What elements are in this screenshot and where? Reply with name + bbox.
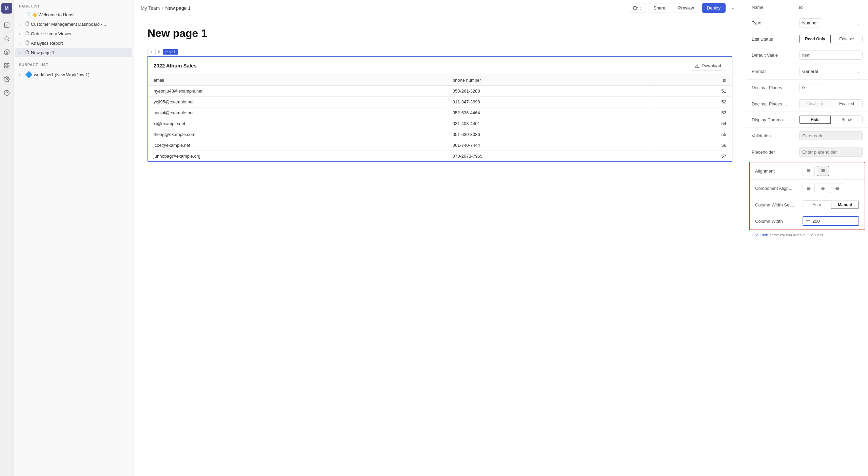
page-file-icon xyxy=(25,31,29,36)
comp-align-left-icon xyxy=(806,186,811,191)
page-label: 👋 Welcome to Hops! xyxy=(32,12,75,17)
page-file-icon xyxy=(25,40,29,46)
subpage-list-label: Subpage list xyxy=(14,57,134,69)
breadcrumb-team[interactable]: My Team xyxy=(141,5,160,11)
preview-button[interactable]: Preview xyxy=(673,3,699,13)
table-tag[interactable]: table1 xyxy=(163,49,178,55)
name-label: Name xyxy=(752,5,799,10)
sidebar-item-order[interactable]: › Order History Viewer xyxy=(15,29,132,38)
editable-toggle[interactable]: Editable xyxy=(831,35,862,43)
page-file-icon: 📄 xyxy=(25,12,31,17)
prop-edit-status: Edit Status Read Only Editable xyxy=(746,31,868,47)
chevron-icon: › xyxy=(19,22,24,26)
type-select[interactable]: Number xyxy=(799,18,821,27)
table-header-bar: 2022 Album Sales Download xyxy=(148,57,732,75)
prop-name: Name id xyxy=(746,0,868,15)
css-unit-link[interactable]: CSS Unit xyxy=(752,233,767,237)
cell-email: jcoe@example.net xyxy=(148,140,447,151)
validation-label: Validation xyxy=(752,133,799,138)
decimal-places-input[interactable] xyxy=(799,83,826,92)
comp-align-right-button[interactable] xyxy=(831,183,843,193)
readonly-toggle[interactable]: Read Only xyxy=(800,35,831,43)
cell-phone: 051-630-3086 xyxy=(447,129,652,140)
page-label: Order History Viewer xyxy=(31,31,72,36)
sidebar-item-newpage[interactable]: › New page 1 xyxy=(15,48,132,57)
sidebar-icon-rocket[interactable] xyxy=(1,46,13,58)
decimal-truncate-toggle: Disabled Enabled xyxy=(799,99,863,108)
col-header-email[interactable]: email xyxy=(148,75,447,86)
alignment-label: Alignment xyxy=(755,168,803,174)
edit-button[interactable]: Edit xyxy=(628,3,646,13)
column-width-input[interactable] xyxy=(812,219,856,224)
component-align-label: Component Align... xyxy=(755,186,803,191)
cell-email: xi@example.net xyxy=(148,118,447,129)
cell-email: fhong@example.com xyxy=(148,129,447,140)
align-right-button[interactable] xyxy=(817,166,829,176)
more-button[interactable]: ··· xyxy=(728,3,739,14)
download-button[interactable]: Download xyxy=(690,61,726,71)
comp-align-right-icon xyxy=(835,186,840,191)
edit-status-label: Edit Status xyxy=(752,37,799,42)
column-width-input-wrapper xyxy=(803,216,859,226)
table-row: yeji95@example.net011-347-369852 xyxy=(148,97,732,107)
decimal-enabled-toggle[interactable]: Enabled xyxy=(831,100,862,108)
page-label: New page 1 xyxy=(31,50,54,55)
prop-decimal-places: Decimal Places xyxy=(746,80,868,96)
prop-column-width: Column Width xyxy=(750,213,865,230)
page-content: New page 1 + ⠿ table1 2022 Album Sales D… xyxy=(134,16,746,476)
sidebar-icon-search[interactable] xyxy=(1,33,13,45)
svg-rect-8 xyxy=(4,66,6,68)
comp-align-center-icon xyxy=(821,186,825,191)
show-toggle[interactable]: Show xyxy=(831,116,862,124)
col-header-phone[interactable]: phone number xyxy=(447,75,652,86)
plus-icon: + xyxy=(150,49,153,55)
hide-toggle[interactable]: Hide xyxy=(800,116,831,124)
decimal-places-label: Decimal Places xyxy=(752,85,799,90)
align-left-button[interactable] xyxy=(803,166,815,176)
type-label: Type xyxy=(752,20,799,25)
drag-handle-icon: ⠿ xyxy=(158,49,161,54)
sidebar-item-workflow[interactable]: › 🔷 workflow1 (New Workflow 1) xyxy=(15,69,132,80)
page-file-icon xyxy=(25,50,29,55)
share-button[interactable]: Share xyxy=(649,3,671,13)
table-title: 2022 Album Sales xyxy=(154,63,197,68)
sidebar-item-welcome[interactable]: › 📄 👋 Welcome to Hops! xyxy=(15,11,132,19)
decimal-disabled-toggle[interactable]: Disabled xyxy=(800,100,831,108)
sidebar-icon-help[interactable] xyxy=(1,87,13,99)
add-block-button[interactable]: + xyxy=(147,48,156,56)
cell-id: 57 xyxy=(652,151,732,162)
deploy-button[interactable]: Deploy xyxy=(702,3,726,13)
svg-rect-6 xyxy=(4,63,6,65)
col-header-id[interactable]: id xyxy=(652,75,732,86)
breadcrumb: My Team / New page 1 xyxy=(141,5,191,11)
comp-align-center-button[interactable] xyxy=(817,183,829,193)
sidebar: Page list › 📄 👋 Welcome to Hops! › Custo… xyxy=(14,0,134,476)
column-width-label: Column Width xyxy=(755,219,803,224)
type-select-wrapper: Number xyxy=(799,18,863,27)
page-file-icon xyxy=(25,21,29,27)
sidebar-icon-grid[interactable] xyxy=(1,60,13,72)
manual-toggle[interactable]: Manual xyxy=(831,201,859,209)
placeholder-label: Placeholder xyxy=(752,150,799,155)
column-width-icon xyxy=(806,218,810,224)
component-align-buttons xyxy=(803,183,859,193)
align-right-icon xyxy=(821,168,825,173)
download-label: Download xyxy=(702,63,721,68)
sidebar-item-analytics[interactable]: › Analytics Report xyxy=(15,39,132,47)
format-select[interactable]: General xyxy=(799,67,821,76)
validation-input[interactable] xyxy=(799,131,863,140)
avatar[interactable]: M xyxy=(1,3,12,14)
sidebar-icon-page[interactable] xyxy=(1,19,13,31)
table-row: cunjai@example.net052-636-446453 xyxy=(148,107,732,118)
comp-align-left-button[interactable] xyxy=(803,183,815,193)
sidebar-icon-settings[interactable] xyxy=(1,73,13,85)
css-unit-help: CSS UnitSet the column width in CSS unit… xyxy=(746,232,868,240)
default-value-input[interactable] xyxy=(799,51,863,60)
auto-toggle[interactable]: Auto xyxy=(803,201,831,209)
sidebar-item-customer[interactable]: › Customer Management Dashboard -... xyxy=(15,20,132,28)
data-table: email phone number id hyeonju43@example.… xyxy=(148,75,732,161)
prop-column-width-set: Column Width Set... Auto Manual xyxy=(750,197,865,213)
cell-id: 51 xyxy=(652,86,732,97)
placeholder-input[interactable] xyxy=(799,147,863,157)
display-comma-toggle: Hide Show xyxy=(799,115,863,124)
